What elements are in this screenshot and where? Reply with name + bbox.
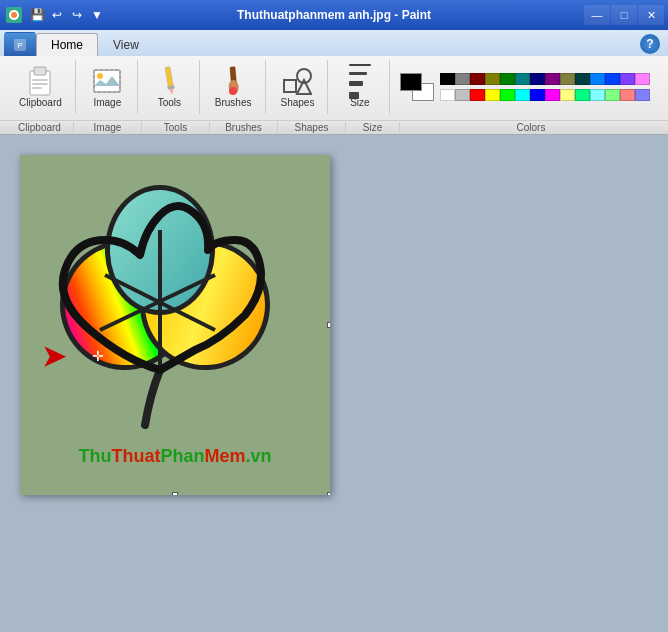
watermark-vn: vn: [251, 446, 272, 466]
size-line-2: [349, 72, 367, 75]
tools-icon: [153, 65, 185, 97]
watermark-mem: Mem: [204, 446, 245, 466]
colors-group: [392, 60, 657, 114]
size-label: Size: [350, 97, 369, 109]
undo-quick-btn[interactable]: ↩: [48, 6, 66, 24]
color-swatch[interactable]: [635, 89, 650, 101]
size-icon: [344, 65, 376, 97]
ribbon-group-labels: Clipboard Image Tools Brushes Shapes Siz…: [0, 120, 668, 134]
clipboard-group: Clipboard: [6, 60, 76, 114]
image-label: Image: [93, 97, 121, 109]
color-swatch[interactable]: [545, 73, 560, 85]
svg-rect-6: [34, 67, 46, 75]
brushes-group: Brushes: [202, 60, 266, 114]
size-btn[interactable]: Size: [339, 62, 381, 112]
color-swatch[interactable]: [470, 89, 485, 101]
color-swatch[interactable]: [455, 89, 470, 101]
shapes-group-label: Shapes: [278, 122, 346, 133]
help-icon[interactable]: ?: [640, 34, 660, 54]
watermark-thuat: Thuat: [111, 446, 160, 466]
redo-quick-btn[interactable]: ↪: [68, 6, 86, 24]
color-swatch[interactable]: [620, 89, 635, 101]
qa-dropdown-btn[interactable]: ▼: [88, 6, 106, 24]
clipboard-btn[interactable]: Clipboard: [14, 62, 67, 112]
color-swatch[interactable]: [530, 73, 545, 85]
color-swatch[interactable]: [515, 89, 530, 101]
resize-handle-right[interactable]: [327, 322, 330, 328]
app-icon: [4, 5, 24, 25]
color-row-1: [440, 73, 649, 85]
image-group-label: Image: [74, 122, 142, 133]
color-swatch[interactable]: [560, 89, 575, 101]
close-button[interactable]: ✕: [638, 5, 664, 25]
color-swatch[interactable]: [590, 73, 605, 85]
tab-home[interactable]: Home: [36, 33, 98, 56]
color-swatch[interactable]: [590, 89, 605, 101]
brushes-group-content: Brushes: [210, 62, 257, 112]
brushes-label: Brushes: [215, 97, 252, 109]
color-swatch[interactable]: [530, 89, 545, 101]
active-colors[interactable]: [400, 73, 434, 101]
svg-rect-8: [32, 83, 48, 85]
brushes-icon: [217, 65, 249, 97]
color-swatch[interactable]: [605, 73, 620, 85]
cursor-crosshair: ✛: [92, 348, 104, 364]
color-swatch[interactable]: [575, 89, 590, 101]
titlebar: 💾 ↩ ↪ ▼ Thuthuatphanmem anh.jpg - Paint …: [0, 0, 668, 30]
shapes-icon: [281, 65, 313, 97]
colors-group-label-bar: Colors: [400, 122, 662, 133]
color-swatch[interactable]: [605, 89, 620, 101]
color-swatch[interactable]: [455, 73, 470, 85]
svg-rect-19: [284, 80, 296, 92]
image-icon: [91, 65, 123, 97]
color-row-2: [440, 89, 649, 101]
window-controls: — □ ✕: [584, 5, 664, 25]
size-group-content: Size: [339, 62, 381, 112]
brushes-btn[interactable]: Brushes: [210, 62, 257, 112]
tab-view[interactable]: View: [98, 33, 154, 56]
shapes-btn[interactable]: Shapes: [276, 62, 320, 112]
color-swatch[interactable]: [635, 73, 650, 85]
color-swatch[interactable]: [500, 73, 515, 85]
watermark-thu: Thu: [78, 446, 111, 466]
resize-handle-corner[interactable]: [327, 492, 330, 495]
color-swatch[interactable]: [500, 89, 515, 101]
ribbon-body: Clipboard Image: [0, 56, 668, 120]
color-swatch[interactable]: [440, 89, 455, 101]
tools-label: Tools: [158, 97, 181, 109]
save-quick-btn[interactable]: 💾: [28, 6, 46, 24]
ribbon-tabs: P Home View ?: [0, 30, 668, 56]
size-group-label: Size: [346, 122, 400, 133]
color-swatch[interactable]: [620, 73, 635, 85]
minimize-button[interactable]: —: [584, 5, 610, 25]
image-group-content: Image: [86, 62, 128, 112]
svg-rect-7: [32, 79, 48, 81]
tools-group: Tools: [140, 60, 200, 114]
svg-point-11: [97, 73, 103, 79]
color-swatch[interactable]: [485, 73, 500, 85]
svg-point-2: [11, 12, 17, 18]
maximize-button[interactable]: □: [611, 5, 637, 25]
paint-menu-btn[interactable]: P: [4, 32, 36, 56]
watermark-phan: Phan: [160, 446, 204, 466]
shapes-group-content: Shapes: [276, 62, 320, 112]
color-swatch[interactable]: [560, 73, 575, 85]
color-swatch[interactable]: [515, 73, 530, 85]
color-swatch[interactable]: [545, 89, 560, 101]
clipboard-group-content: Clipboard: [14, 62, 67, 112]
tools-btn[interactable]: Tools: [148, 62, 190, 112]
color-swatch[interactable]: [470, 73, 485, 85]
brushes-group-label: Brushes: [210, 122, 278, 133]
image-btn[interactable]: Image: [86, 62, 128, 112]
color-swatch[interactable]: [575, 73, 590, 85]
color-swatch[interactable]: [440, 73, 455, 85]
red-arrow: ➤: [42, 340, 65, 373]
foreground-color-box[interactable]: [400, 73, 422, 91]
color-swatch[interactable]: [485, 89, 500, 101]
resize-handle-bottom[interactable]: [172, 492, 178, 495]
size-line-1: [349, 64, 371, 66]
clipboard-icon: [24, 65, 56, 97]
tools-group-content: Tools: [148, 62, 190, 112]
shapes-label: Shapes: [281, 97, 315, 109]
image-group: Image: [78, 60, 138, 114]
